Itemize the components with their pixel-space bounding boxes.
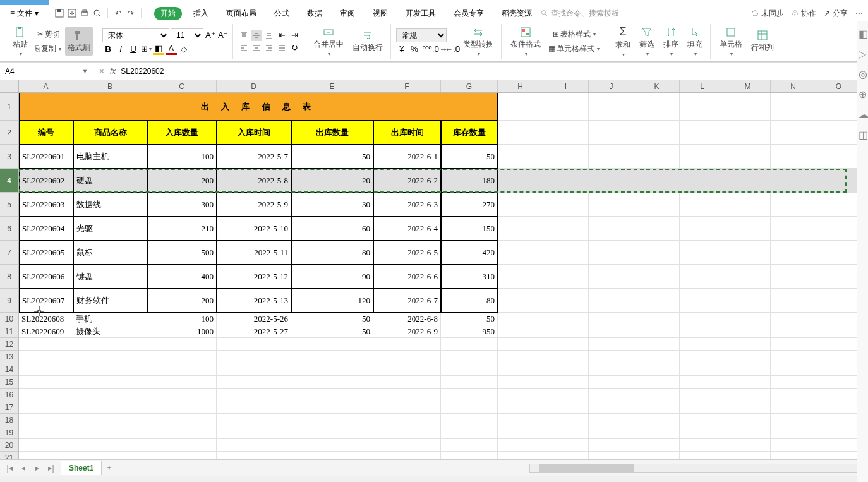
- align-left-icon[interactable]: [238, 42, 250, 54]
- cell[interactable]: [73, 401, 147, 414]
- column-header[interactable]: E: [291, 80, 373, 92]
- cell[interactable]: [498, 289, 543, 313]
- cell[interactable]: [291, 338, 373, 351]
- cell[interactable]: 2022-6-6: [373, 265, 441, 289]
- save-icon[interactable]: [54, 8, 64, 18]
- sidepane-icon[interactable]: ▷: [859, 48, 867, 57]
- cell[interactable]: SL20220607: [19, 289, 73, 313]
- cell[interactable]: [771, 93, 816, 121]
- print-preview-icon[interactable]: [92, 8, 102, 18]
- cell[interactable]: 硬盘: [73, 169, 147, 193]
- cell[interactable]: [771, 414, 816, 426]
- cell[interactable]: [19, 338, 73, 351]
- cell[interactable]: SL20220609: [19, 325, 73, 338]
- cells-button[interactable]: 单元格▾: [716, 25, 746, 58]
- border-button[interactable]: ⊞▾: [140, 44, 152, 55]
- tab-resource[interactable]: 稻壳资源: [495, 7, 538, 20]
- first-sheet-icon[interactable]: |◂: [4, 462, 15, 474]
- cell[interactable]: [634, 389, 680, 401]
- cell[interactable]: 2022-6-7: [373, 289, 441, 313]
- cell[interactable]: [725, 401, 771, 414]
- cell[interactable]: [634, 376, 680, 389]
- cell[interactable]: [725, 351, 771, 363]
- column-header[interactable]: G: [441, 80, 498, 92]
- cell[interactable]: [771, 426, 816, 439]
- cell[interactable]: [634, 325, 680, 338]
- table-style-button[interactable]: ⊞ 表格样式▾: [546, 28, 602, 41]
- cell[interactable]: [589, 439, 634, 452]
- cell[interactable]: [725, 289, 771, 313]
- cell[interactable]: [634, 193, 680, 217]
- column-header[interactable]: F: [373, 80, 441, 92]
- cell[interactable]: [725, 439, 771, 452]
- cell[interactable]: [816, 241, 862, 265]
- redo-icon[interactable]: ↷: [126, 8, 136, 18]
- cell[interactable]: [589, 376, 634, 389]
- cell[interactable]: [543, 376, 589, 389]
- cell[interactable]: [543, 389, 589, 401]
- cell[interactable]: [543, 338, 589, 351]
- merge-center-button[interactable]: 合并居中▾: [310, 25, 347, 58]
- cell[interactable]: [291, 376, 373, 389]
- cell[interactable]: [589, 93, 634, 121]
- cell[interactable]: [291, 363, 373, 376]
- row-header[interactable]: 14: [0, 363, 19, 376]
- cell[interactable]: 出库时间: [373, 121, 441, 145]
- cell[interactable]: [680, 93, 725, 121]
- cell[interactable]: [441, 338, 498, 351]
- cell[interactable]: [771, 289, 816, 313]
- cell[interactable]: [725, 193, 771, 217]
- file-menu[interactable]: ≡文件▾: [5, 8, 44, 19]
- cell[interactable]: [680, 265, 725, 289]
- cut-button[interactable]: ✂ 剪切: [33, 28, 64, 41]
- cell[interactable]: 200: [147, 169, 217, 193]
- cell[interactable]: [771, 193, 816, 217]
- increase-decimal-icon[interactable]: .0→: [434, 44, 445, 55]
- align-bottom-icon[interactable]: [263, 30, 275, 41]
- cell[interactable]: [816, 217, 862, 241]
- cell[interactable]: [498, 325, 543, 338]
- sidepane-icon[interactable]: ⊕: [859, 88, 867, 97]
- cell[interactable]: [147, 414, 217, 426]
- row-header[interactable]: 6: [0, 217, 19, 241]
- clear-format-icon[interactable]: ◇: [178, 44, 190, 55]
- tab-vip[interactable]: 会员专享: [447, 7, 490, 20]
- cell[interactable]: [19, 452, 73, 459]
- cell[interactable]: 50: [291, 145, 373, 169]
- cell[interactable]: [680, 452, 725, 459]
- font-size-select[interactable]: 11: [171, 28, 203, 42]
- cell[interactable]: [725, 363, 771, 376]
- cell[interactable]: [73, 351, 147, 363]
- tab-view[interactable]: 视图: [366, 7, 394, 20]
- cell[interactable]: 120: [291, 289, 373, 313]
- cell[interactable]: 30: [291, 193, 373, 217]
- cell[interactable]: 270: [441, 193, 498, 217]
- cell[interactable]: [498, 363, 543, 376]
- row-header[interactable]: 3: [0, 145, 19, 169]
- cell[interactable]: 数据线: [73, 193, 147, 217]
- cell[interactable]: [634, 401, 680, 414]
- cell[interactable]: [147, 389, 217, 401]
- cell[interactable]: [543, 265, 589, 289]
- cell[interactable]: SL20220601: [19, 145, 73, 169]
- cell[interactable]: [725, 217, 771, 241]
- cell[interactable]: [373, 351, 441, 363]
- cell[interactable]: [680, 145, 725, 169]
- cell[interactable]: [634, 313, 680, 325]
- tab-insert[interactable]: 插入: [187, 7, 215, 20]
- cell[interactable]: [19, 376, 73, 389]
- cell[interactable]: [589, 363, 634, 376]
- cell[interactable]: 2022-5-10: [217, 217, 291, 241]
- sheet-tab[interactable]: Sheet1: [61, 461, 102, 475]
- cell[interactable]: [441, 401, 498, 414]
- cell[interactable]: [589, 265, 634, 289]
- font-family-select[interactable]: 宋体: [102, 28, 169, 42]
- cell[interactable]: [543, 452, 589, 459]
- cell[interactable]: [217, 452, 291, 459]
- percent-icon[interactable]: %: [409, 44, 420, 55]
- decrease-decimal-icon[interactable]: ←.0: [447, 44, 458, 55]
- cell[interactable]: 2022-5-26: [217, 313, 291, 325]
- cell[interactable]: [589, 121, 634, 145]
- cell[interactable]: [373, 426, 441, 439]
- column-header[interactable]: H: [498, 80, 543, 92]
